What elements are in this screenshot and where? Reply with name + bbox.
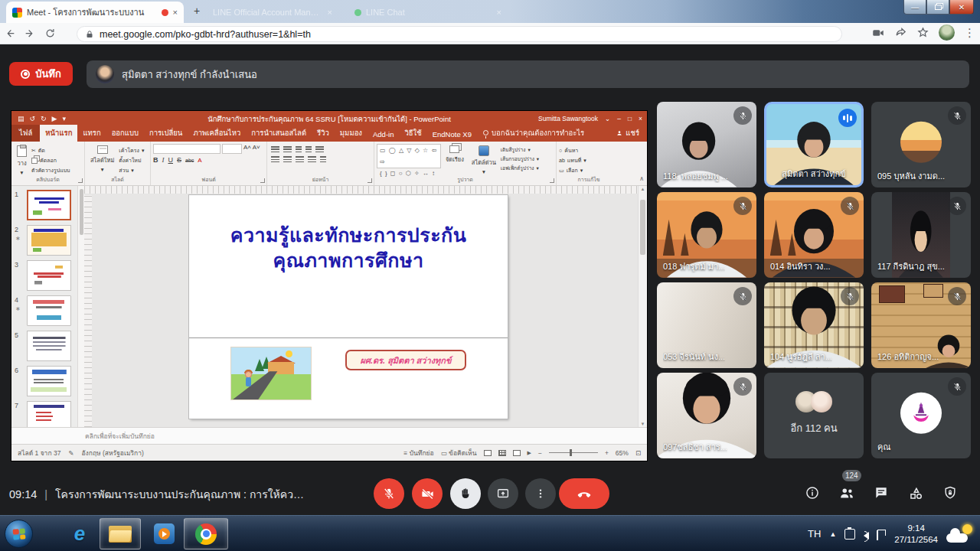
underline-button[interactable]: U xyxy=(168,156,174,164)
taskbar-internet-explorer[interactable]: e xyxy=(64,518,95,549)
italic-button[interactable]: I xyxy=(162,156,165,164)
slide-thumbnail-2[interactable]: 2 ∗ xyxy=(11,224,77,259)
back-icon[interactable] xyxy=(0,28,20,40)
notes-toggle[interactable]: ≡ บันทึกย่อ xyxy=(403,448,433,458)
reload-icon[interactable] xyxy=(40,28,60,39)
language-indicator[interactable]: TH xyxy=(808,528,821,540)
new-slide-button[interactable]: สไลด์ใหม่▾ xyxy=(87,144,117,174)
collapse-ribbon-icon[interactable]: ∧ xyxy=(639,175,644,182)
mic-toggle-button[interactable] xyxy=(374,478,404,509)
numbering-icon[interactable] xyxy=(283,145,292,152)
font-size-box[interactable] xyxy=(222,144,242,154)
ppt-tab-endnote[interactable]: EndNote X9 xyxy=(427,128,477,142)
browser-menu-icon[interactable]: ⋮ xyxy=(964,26,975,40)
tab-meet[interactable]: Meet - โครงการพัฒนาระบบงาน × xyxy=(6,2,184,23)
quick-styles-button[interactable]: สไตล์ด่วน▾ xyxy=(469,144,499,177)
justify-icon[interactable] xyxy=(308,155,316,162)
show-hidden-icons[interactable]: ▲ xyxy=(829,530,836,538)
window-restore-button[interactable] xyxy=(926,0,949,15)
indent-decrease-icon[interactable] xyxy=(296,145,302,152)
shape-outline-button[interactable]: เส้นกรอบรูปร่าง▾ xyxy=(501,155,539,163)
slide-thumbnail-7[interactable]: 7 xyxy=(11,400,77,427)
participant-tile[interactable]: 014 อินทิรา วง... xyxy=(764,192,864,278)
indent-increase-icon[interactable] xyxy=(305,145,312,152)
zoom-slider[interactable] xyxy=(549,452,598,454)
meeting-details-button[interactable] xyxy=(802,482,823,504)
tab-line-chat[interactable]: LINE Chat × xyxy=(348,2,508,23)
arrange-button[interactable]: จัดเรียง xyxy=(443,144,467,165)
start-button[interactable] xyxy=(5,520,33,548)
ppt-tab-help[interactable]: วิธีใช้ xyxy=(399,125,426,142)
slide-thumbnail-5[interactable]: 5 xyxy=(11,330,77,365)
find-button[interactable]: ○ค้นหา xyxy=(559,146,586,155)
thumbnail-scrollbar[interactable] xyxy=(77,186,84,427)
layout-button[interactable]: เค้าโครง▾ xyxy=(119,146,144,155)
show-participants-button[interactable] xyxy=(836,482,858,504)
slide-thumbnail-1[interactable]: 1 xyxy=(11,189,77,224)
copy-button[interactable]: คัดลอก xyxy=(31,156,70,165)
drawing-dialog-launcher[interactable] xyxy=(550,178,554,183)
tab-close-icon[interactable]: × xyxy=(497,8,501,17)
leave-call-button[interactable] xyxy=(559,478,609,509)
ppt-close-icon[interactable]: × xyxy=(639,115,642,122)
camera-toggle-button[interactable] xyxy=(412,478,443,509)
window-close-button[interactable]: ✕ xyxy=(949,0,974,15)
canvas-scrollbar[interactable]: ▲ ▼ xyxy=(638,186,647,427)
shape-fill-button[interactable]: เติมสีรูปร่าง▾ xyxy=(501,146,539,154)
participant-tile[interactable]: 118. พลอยชมพู ... xyxy=(657,102,756,187)
scroll-down-icon[interactable]: ▼ xyxy=(639,422,647,426)
raise-hand-button[interactable] xyxy=(450,478,481,509)
replace-button[interactable]: abแทนที่▾ xyxy=(559,156,586,165)
participant-tile[interactable]: 104 นูรฮัฎลี ลา... xyxy=(764,282,864,368)
zoom-out-icon[interactable]: − xyxy=(538,449,542,457)
participant-tile[interactable]: 097ชลธิชา สาร... xyxy=(657,373,756,458)
shapes-gallery[interactable]: ▭ ◯ △ ▽ ◇ ☆ ⇦ ⇨{ } ◻ ○ ⬡ ✧ ↔ ↕ xyxy=(377,144,441,168)
participant-tile[interactable]: 018 ฟารุตม์ มา... xyxy=(657,192,756,278)
forward-icon[interactable] xyxy=(20,28,40,40)
columns-icon[interactable] xyxy=(320,155,326,162)
font-dialog-launcher[interactable] xyxy=(260,178,265,183)
ppt-tab-home[interactable]: หน้าแรก xyxy=(40,125,77,142)
align-right-icon[interactable] xyxy=(296,155,304,162)
paste-button[interactable]: วาง▾ xyxy=(14,144,30,178)
ppt-tab-animations[interactable]: ภาพเคลื่อนไหว xyxy=(188,125,246,142)
participant-tile[interactable]: 095 บุหลัน งามด... xyxy=(871,102,971,187)
participant-tile-speaking[interactable]: สุมิตตา สว่างทุกข์ xyxy=(764,102,864,187)
spell-check-icon[interactable]: ✎ xyxy=(68,449,74,457)
ppt-tellme-box[interactable]: บอกฉันว่าคุณต้องการทำอะไร xyxy=(477,125,590,142)
reset-button[interactable]: ตั้งค่าใหม่ xyxy=(119,156,144,165)
paragraph-dialog-launcher[interactable] xyxy=(368,178,372,183)
comments-toggle[interactable]: ▭ ข้อคิดเห็น xyxy=(441,448,477,458)
bullets-icon[interactable] xyxy=(271,145,279,152)
tab-close-icon[interactable]: × xyxy=(328,8,332,17)
window-minimize-button[interactable]: — xyxy=(903,0,926,15)
zoom-in-icon[interactable]: + xyxy=(605,449,609,457)
profile-avatar[interactable] xyxy=(939,24,955,41)
record-button[interactable]: บันทึก xyxy=(9,62,73,86)
zoom-level[interactable]: 65% xyxy=(616,449,629,457)
ppt-restore-icon[interactable]: □ xyxy=(628,115,632,122)
taskbar-file-explorer[interactable] xyxy=(100,518,141,549)
tab-close-icon[interactable]: × xyxy=(173,8,178,17)
slide-sorter-view-icon[interactable] xyxy=(498,450,506,456)
new-tab-button[interactable]: + xyxy=(190,5,204,18)
ppt-tab-design[interactable]: ออกแบบ xyxy=(106,125,144,142)
slide-thumbnail-panel[interactable]: 1 2 ∗ 3 4 ∗ xyxy=(11,186,77,427)
tab-line-oa-manager[interactable]: LINE Official Account Manager × xyxy=(207,2,338,23)
activities-button[interactable] xyxy=(905,482,926,504)
ppt-notes-pane[interactable]: คลิกเพื่อที่จะเพิ่มบันทึกย่อ xyxy=(11,427,647,444)
ppt-tab-slideshow[interactable]: การนำเสนอสไลด์ xyxy=(246,125,312,142)
slide-thumbnail-3[interactable]: 3 xyxy=(11,259,77,295)
slideshow-view-icon[interactable]: ▶ xyxy=(528,450,531,456)
scroll-up-icon[interactable]: ▲ xyxy=(639,187,647,191)
section-button[interactable]: ส่วน▾ xyxy=(119,166,144,174)
reading-view-icon[interactable] xyxy=(513,450,521,456)
self-tile[interactable]: คุณ xyxy=(871,373,971,458)
slide-thumbnail-4[interactable]: 4 ∗ xyxy=(11,295,77,330)
ppt-tab-transitions[interactable]: การเปลี่ยน xyxy=(144,125,188,142)
format-painter-button[interactable]: ตัวคัดวางรูปแบบ xyxy=(31,166,70,174)
bookmark-star-icon[interactable] xyxy=(916,26,929,39)
ppt-tab-insert[interactable]: แทรก xyxy=(77,125,106,142)
language-status[interactable]: อังกฤษ (สหรัฐอเมริกา) xyxy=(81,448,143,458)
font-color-button[interactable]: A xyxy=(198,157,201,164)
